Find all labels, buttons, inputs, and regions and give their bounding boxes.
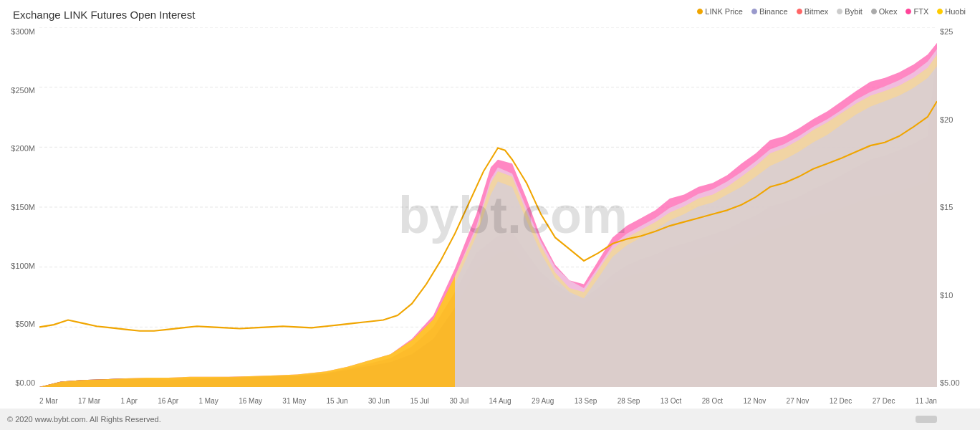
legend-label-ftx: FTX — [913, 7, 928, 16]
chart-container: Exchange LINK Futures Open Interest LINK… — [0, 0, 980, 430]
y-label-0: $0.00 — [15, 378, 35, 387]
scrollbar[interactable] — [916, 416, 937, 423]
x-label-28sep: 28 Sep — [618, 397, 640, 405]
legend-item-binance: Binance — [751, 7, 788, 16]
legend-dot-okex — [871, 9, 877, 14]
chart-title: Exchange LINK Futures Open Interest — [13, 9, 195, 21]
x-label-28oct: 28 Oct — [702, 397, 723, 405]
y-label-300: $300M — [11, 27, 35, 36]
legend-item-ftx: FTX — [905, 7, 928, 16]
legend-item-huobi: Huobi — [937, 7, 966, 16]
y-label-200: $200M — [11, 144, 35, 153]
y-right-10: $10 — [940, 291, 953, 300]
x-label-30jun: 30 Jun — [368, 397, 390, 405]
y-label-100: $100M — [11, 262, 35, 270]
x-label-27nov: 27 Nov — [787, 397, 810, 405]
x-label-31may: 31 May — [282, 397, 306, 405]
legend-label-link-price: LINK Price — [705, 7, 743, 16]
legend-dot-bitmex — [797, 9, 802, 14]
x-label-30jul: 30 Jul — [449, 397, 469, 405]
x-label-1apr: 1 Apr — [120, 397, 137, 405]
legend-item-link-price: LINK Price — [697, 7, 743, 16]
chart-area — [39, 27, 937, 387]
x-label-15jul: 15 Jul — [410, 397, 429, 405]
legend-label-bitmex: Bitmex — [804, 7, 829, 16]
x-label-16apr: 16 Apr — [158, 397, 178, 405]
y-axis-left: $300M $250M $200M $150M $100M $50M $0.00 — [0, 27, 39, 387]
x-label-27dec: 27 Dec — [873, 397, 895, 405]
x-label-12dec: 12 Dec — [830, 397, 852, 405]
legend-dot-ftx — [905, 9, 911, 14]
x-label-13oct: 13 Oct — [660, 397, 681, 405]
footer-copyright: © 2020 www.bybt.com. All Rights Reserved… — [7, 415, 161, 424]
y-label-250: $250M — [11, 86, 35, 95]
x-label-12nov: 12 Nov — [744, 397, 767, 405]
legend-item-okex: Okex — [871, 7, 898, 16]
legend-item-bybit: Bybit — [837, 7, 862, 16]
x-label-13sep: 13 Sep — [575, 397, 597, 405]
y-right-20: $20 — [940, 115, 953, 124]
footer: © 2020 www.bybt.com. All Rights Reserved… — [0, 408, 980, 430]
legend: LINK Price Binance Bitmex Bybit Okex FTX… — [697, 7, 966, 16]
legend-dot-link-price — [697, 9, 703, 14]
y-right-25: $25 — [940, 27, 953, 36]
legend-item-bitmex: Bitmex — [797, 7, 829, 16]
y-label-50: $50M — [15, 320, 35, 328]
x-label-15jun: 15 Jun — [327, 397, 348, 405]
legend-dot-bybit — [837, 9, 842, 14]
x-label-14aug: 14 Aug — [489, 397, 511, 405]
legend-label-okex: Okex — [879, 7, 898, 16]
x-label-17mar: 17 Mar — [78, 397, 100, 405]
legend-dot-huobi — [937, 9, 943, 14]
legend-label-huobi: Huobi — [945, 7, 966, 16]
x-label-29aug: 29 Aug — [532, 397, 554, 405]
legend-dot-binance — [751, 9, 757, 14]
legend-label-bybit: Bybit — [845, 7, 862, 16]
y-axis-right: $25 $20 $15 $10 $5.00 — [937, 27, 980, 387]
legend-label-binance: Binance — [759, 7, 788, 16]
x-label-11jan: 11 Jan — [916, 397, 937, 405]
y-right-5: $5.00 — [940, 378, 960, 387]
y-right-15: $15 — [940, 203, 953, 211]
x-label-2mar: 2 Mar — [39, 397, 58, 405]
y-label-150: $150M — [11, 203, 35, 211]
x-label-16may: 16 May — [239, 397, 262, 405]
x-axis: 2 Mar 17 Mar 1 Apr 16 Apr 1 May 16 May 3… — [39, 397, 937, 405]
x-label-1may: 1 May — [199, 397, 218, 405]
chart-svg — [39, 27, 937, 387]
